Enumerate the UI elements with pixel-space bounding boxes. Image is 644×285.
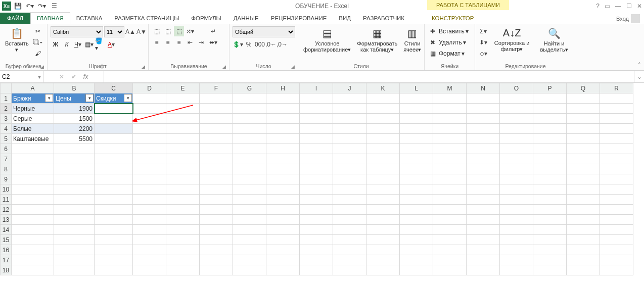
row-header[interactable]: 4 <box>1 124 12 134</box>
row-header[interactable]: 18 <box>1 265 12 275</box>
tab-developer[interactable]: РАЗРАБОТЧИК <box>357 13 410 24</box>
fill-button[interactable]: ⬇▾ <box>478 37 488 48</box>
increase-font-button[interactable]: A▲ <box>125 27 135 37</box>
minimize-icon[interactable]: — <box>615 3 621 10</box>
cell[interactable] <box>95 114 133 124</box>
collapse-ribbon-button[interactable]: ˄ <box>638 62 641 68</box>
tab-formulas[interactable]: ФОРМУЛЫ <box>185 13 227 24</box>
tab-data[interactable]: ДАННЫЕ <box>227 13 265 24</box>
cell[interactable]: Каштановые <box>12 134 54 144</box>
qat-undo-button[interactable]: ↶▾ <box>24 1 35 12</box>
formula-input[interactable] <box>104 71 634 82</box>
cell[interactable]: 1900 <box>54 104 95 114</box>
align-left-button[interactable]: ≡ <box>152 37 162 48</box>
row-header[interactable]: 9 <box>1 174 12 184</box>
col-header[interactable]: D <box>133 83 166 93</box>
table-header-cell[interactable]: Цены▾ <box>54 93 95 104</box>
cell[interactable]: Белые <box>12 124 54 134</box>
row-header[interactable]: 13 <box>1 215 12 225</box>
col-header[interactable]: F <box>200 83 233 93</box>
format-cells-button[interactable]: ▦Формат▾ <box>428 49 469 59</box>
number-format-combo[interactable]: Общий <box>233 26 295 37</box>
col-header[interactable]: P <box>533 83 567 93</box>
col-header[interactable]: G <box>233 83 266 93</box>
row-header[interactable]: 16 <box>1 245 12 255</box>
row-header[interactable]: 17 <box>1 255 12 265</box>
cell[interactable]: Черные <box>12 104 54 114</box>
name-box-input[interactable] <box>2 73 32 80</box>
format-as-table-button[interactable]: ▦ Форматировать как таблицу▾ <box>355 26 399 54</box>
font-color-button[interactable]: A▾ <box>106 39 116 50</box>
table-header-cell[interactable]: Скидки▾ <box>95 93 133 104</box>
fill-color-button[interactable]: 🪣▾ <box>95 39 105 50</box>
align-bottom-button[interactable]: ⬚ <box>174 26 184 36</box>
col-header[interactable]: E <box>166 83 200 93</box>
border-button[interactable]: ▦▾ <box>84 39 94 50</box>
font-size-combo[interactable]: 11 <box>104 26 124 37</box>
bold-button[interactable]: Ж <box>51 39 61 50</box>
col-header[interactable]: O <box>500 83 533 93</box>
conditional-formatting-button[interactable]: ▤ Условное форматирование▾ <box>301 26 353 54</box>
col-header[interactable]: K <box>366 83 400 93</box>
increase-indent-button[interactable]: ⇥ <box>196 37 206 48</box>
wrap-text-button[interactable]: ↵ <box>208 26 218 36</box>
row-header[interactable]: 5 <box>1 134 12 144</box>
name-box[interactable]: ▾ <box>0 71 43 82</box>
cell[interactable]: Серые <box>12 114 54 124</box>
filter-dropdown-button[interactable]: ▾ <box>85 94 94 102</box>
font-name-combo[interactable]: Calibri <box>51 26 103 37</box>
orientation-button[interactable]: ⤭▾ <box>185 26 195 36</box>
align-right-button[interactable]: ≡ <box>174 37 184 48</box>
tab-view[interactable]: ВИД <box>333 13 357 24</box>
col-header[interactable]: C <box>95 83 133 93</box>
filter-dropdown-button[interactable]: ▾ <box>124 94 132 102</box>
col-header[interactable]: M <box>433 83 467 93</box>
copy-button[interactable]: ⿻▾ <box>33 37 43 48</box>
col-header[interactable]: A <box>12 83 54 93</box>
cell[interactable] <box>95 124 133 134</box>
row-header[interactable]: 15 <box>1 235 12 245</box>
display-options-icon[interactable]: ▭ <box>605 3 610 10</box>
row-header[interactable]: 3 <box>1 114 12 124</box>
cancel-formula-icon[interactable]: ✕ <box>59 73 64 80</box>
merge-button[interactable]: ⬌▾ <box>208 37 218 48</box>
delete-cells-button[interactable]: ✖Удалить▾ <box>428 37 469 48</box>
cell[interactable] <box>95 134 133 144</box>
col-header[interactable]: L <box>400 83 433 93</box>
table-header-cell[interactable]: Брюки▾ <box>12 93 54 104</box>
qat-save-button[interactable]: 💾 <box>12 1 23 12</box>
tab-home[interactable]: ГЛАВНАЯ <box>30 12 70 24</box>
launcher-icon[interactable]: ◢ <box>291 64 295 69</box>
paste-button[interactable]: 📋 Вставить▾ <box>3 26 31 54</box>
active-cell[interactable] <box>95 104 133 114</box>
cut-button[interactable]: ✂ <box>33 26 43 36</box>
qat-redo-button[interactable]: ↷▾ <box>36 1 48 12</box>
qat-customize-button[interactable]: ☰ <box>49 1 60 12</box>
launcher-icon[interactable]: ◢ <box>142 64 145 69</box>
accounting-format-button[interactable]: 💲▾ <box>233 39 243 50</box>
row-header[interactable]: 10 <box>1 184 12 195</box>
chevron-down-icon[interactable]: ▾ <box>38 73 41 80</box>
maximize-icon[interactable]: ☐ <box>626 3 632 10</box>
autosum-button[interactable]: Σ▾ <box>478 26 488 36</box>
col-header[interactable]: J <box>333 83 366 93</box>
enter-formula-icon[interactable]: ✔ <box>71 73 76 80</box>
row-header[interactable]: 7 <box>1 154 12 164</box>
sort-filter-button[interactable]: A↓Z Сортировка и фильтр▾ <box>490 26 533 53</box>
tab-insert[interactable]: ВСТАВКА <box>70 13 109 24</box>
find-select-button[interactable]: 🔍 Найти и выделить▾ <box>535 26 573 54</box>
login-area[interactable]: Вход <box>616 14 640 23</box>
cell[interactable]: 2200 <box>54 124 95 134</box>
cell-grid[interactable]: A B C D E F G H I J K L M N O P Q R 1 Бр… <box>0 83 633 275</box>
expand-formula-bar-button[interactable]: ⌄ <box>634 71 644 82</box>
align-top-button[interactable]: ⬚ <box>152 26 162 36</box>
decrease-font-button[interactable]: A▼ <box>136 27 147 37</box>
tab-design[interactable]: КОНСТРУКТОР <box>426 13 480 24</box>
col-header[interactable]: Q <box>567 83 600 93</box>
tab-page-layout[interactable]: РАЗМЕТКА СТРАНИЦЫ <box>108 13 185 24</box>
align-center-button[interactable]: ≡ <box>163 37 173 48</box>
col-header[interactable]: I <box>300 83 333 93</box>
percent-format-button[interactable]: % <box>244 39 254 50</box>
cell-styles-button[interactable]: ▥ Стили ячеек▾ <box>401 26 423 54</box>
cell[interactable]: 5500 <box>54 134 95 144</box>
